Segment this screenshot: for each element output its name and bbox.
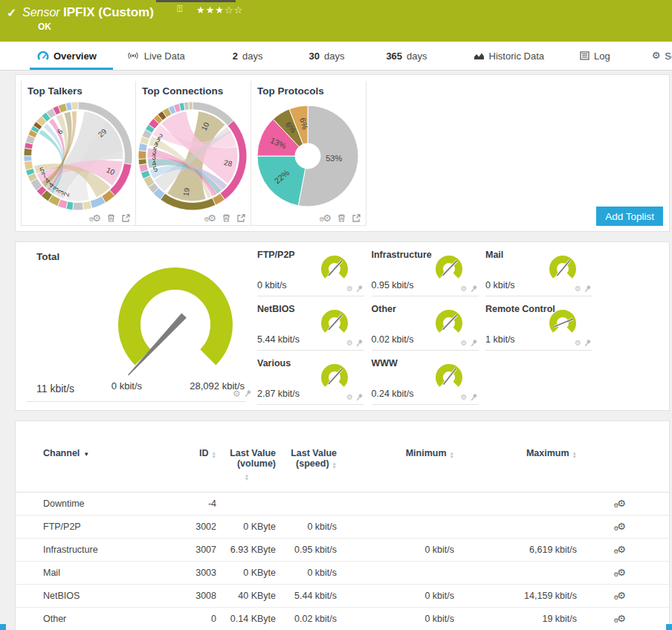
log-icon <box>580 51 589 60</box>
top-protocols-pie-chart[interactable]: 53%22%13%6%6% <box>252 100 364 212</box>
gauge-pin-icon[interactable] <box>355 393 364 402</box>
star-filled-icon[interactable]: ★ <box>215 4 224 16</box>
sort-arrows-icon[interactable]: ▲▼ <box>572 452 577 458</box>
gauge-pin-icon[interactable] <box>470 339 479 348</box>
cell-2: 0 KByte <box>215 522 276 532</box>
gauge-pin-icon[interactable] <box>584 339 592 348</box>
gauge-pin-icon[interactable] <box>470 285 479 293</box>
column-header-maximum[interactable]: Maximum▲▼ <box>476 448 577 458</box>
cell-3: 0.02 kbit/s <box>276 614 337 624</box>
toplist-delete-button[interactable] <box>337 213 346 223</box>
pin-icon <box>584 285 592 293</box>
gauge-settings-icon[interactable]: ⚙ <box>575 285 581 293</box>
star-filled-icon[interactable]: ★ <box>196 4 206 16</box>
status-check-icon: ✓ <box>7 6 16 20</box>
star-filled-icon[interactable]: ★ <box>206 4 216 16</box>
channel-gauge <box>317 308 352 340</box>
cell-4: 0 kbit/s <box>354 614 454 624</box>
channel-row-downtime[interactable]: Downtime-4⚙⚙ <box>16 493 669 516</box>
column-header-id[interactable]: ID▲▼ <box>149 448 216 458</box>
cell-3: 0 kbit/s <box>276 522 337 532</box>
toplist-settings-button[interactable]: ⚙⚙ <box>207 214 216 223</box>
gauge-pin-icon[interactable] <box>244 389 253 398</box>
tab-days[interactable]: 2days <box>225 42 271 70</box>
tab-live-data[interactable]: Live Data <box>119 42 193 70</box>
cell-1: 3007 <box>149 545 216 555</box>
gauge-settings-icon[interactable]: ⚙ <box>575 340 581 347</box>
channel-gauge-icons: ⚙ <box>346 285 364 293</box>
cell-1: 3008 <box>149 591 216 601</box>
channel-gauge-icons: ⚙ <box>575 339 592 348</box>
star-empty-icon[interactable]: ☆ <box>224 4 234 16</box>
gauge-pin-icon[interactable] <box>355 339 364 348</box>
channel-gauge-value: 5.44 kbit/s <box>257 334 300 345</box>
channel-gauge-label: Mail <box>485 250 503 260</box>
star-empty-icon[interactable]: ☆ <box>234 4 244 16</box>
external-link-icon <box>352 213 361 223</box>
tab-days[interactable]: 30days <box>301 42 352 70</box>
channel-row-mail[interactable]: Mail30030 KByte0 kbit/s⚙⚙ <box>16 562 669 585</box>
column-header-last-value-speed-[interactable]: Last Value(speed)▲▼ <box>276 448 337 469</box>
column-header-channel[interactable]: Channel▼ <box>43 448 155 458</box>
priority-stars[interactable]: ★★★☆☆ <box>196 4 243 16</box>
channel-settings-button[interactable]: ⚙⚙ <box>603 499 640 509</box>
toplist-settings-button[interactable]: ⚙⚙ <box>92 214 101 223</box>
channel-settings-button[interactable]: ⚙⚙ <box>603 522 640 532</box>
channel-row-other[interactable]: Other00.14 KByte0.02 kbit/s0 kbit/s19 kb… <box>16 608 669 630</box>
channel-settings-button[interactable]: ⚙⚙ <box>603 614 640 624</box>
toplist-open-button[interactable] <box>121 213 131 223</box>
gauge-settings-icon[interactable]: ⚙ <box>233 390 241 397</box>
gauge-settings-icon[interactable]: ⚙ <box>461 285 468 293</box>
gauge-cell-ftp-p2p: FTP/P2P0 kbit/s⚙ <box>257 247 364 296</box>
column-header-last-value-volume-[interactable]: Last Value(volume)▲▼ <box>215 448 276 481</box>
top-talkers-chord-chart[interactable]: 291062334475 <box>22 100 134 212</box>
gauge-settings-icon[interactable]: ⚙ <box>461 394 468 401</box>
total-gauge-min: 0 kbit/s <box>75 380 142 392</box>
toplist-delete-button[interactable] <box>106 213 116 223</box>
channel-row-ftp-p2p[interactable]: FTP/P2P30020 KByte0 kbit/s⚙⚙ <box>16 516 669 539</box>
settings-gears-icon: ⚙⚙ <box>617 613 626 624</box>
channel-gauge-icons: ⚙ <box>461 393 479 402</box>
toplist-open-button[interactable] <box>352 213 361 223</box>
channel-row-netbios[interactable]: NetBIOS300840 KByte5.44 kbit/s0 kbit/s14… <box>16 585 669 608</box>
cell-0: NetBIOS <box>43 591 155 601</box>
channel-settings-button[interactable]: ⚙⚙ <box>603 591 640 601</box>
tab-historic-data[interactable]: Historic Data <box>466 42 552 70</box>
tab-log[interactable]: Log <box>572 42 618 70</box>
trash-icon <box>337 213 346 223</box>
channel-gauge-label: Infrastructure <box>372 250 432 260</box>
sort-arrows-icon[interactable]: ▲▼ <box>332 462 337 469</box>
channel-gauge-label: Various <box>257 358 291 368</box>
toplist-open-button[interactable] <box>236 213 246 223</box>
pin-icon <box>355 285 364 293</box>
tab-days[interactable]: 365days <box>378 42 434 70</box>
cell-4: 0 kbit/s <box>354 591 454 601</box>
pin-icon <box>470 285 479 293</box>
channel-settings-button[interactable]: ⚙⚙ <box>603 568 640 578</box>
gauge-cell-remote-control: Remote Control1 kbit/s⚙ <box>485 302 592 351</box>
gauge-settings-icon[interactable]: ⚙ <box>346 285 353 293</box>
channel-row-infrastructure[interactable]: Infrastructure30076.93 KByte0.95 kbit/s0… <box>16 539 669 562</box>
gauge-pin-icon[interactable] <box>355 285 364 293</box>
top-connections-chord-chart[interactable]: 1028192223345 <box>137 100 248 212</box>
gauge-pin-icon[interactable] <box>584 285 592 293</box>
channel-table-card: Channel▼ID▲▼Last Value(volume)▲▼Last Val… <box>15 420 670 630</box>
gauge-cell-netbios: NetBIOS5.44 kbit/s⚙ <box>257 302 364 351</box>
toplist-delete-button[interactable] <box>222 213 231 223</box>
sort-arrows-icon[interactable]: ▲▼ <box>450 452 454 458</box>
gauge-pin-icon[interactable] <box>470 393 479 402</box>
cell-1: 3003 <box>149 568 216 578</box>
pin-icon <box>470 393 479 402</box>
sort-arrows-icon[interactable]: ▲▼ <box>245 474 249 481</box>
gauge-settings-icon[interactable]: ⚙ <box>461 340 468 347</box>
tab-overview[interactable]: Overview <box>30 42 104 70</box>
channel-settings-button[interactable]: ⚙⚙ <box>603 545 640 555</box>
flag-icon[interactable]: ⍐ <box>177 3 183 15</box>
tab-settings[interactable]: ⚙Settings <box>644 42 672 70</box>
column-header-minimum[interactable]: Minimum▲▼ <box>354 448 454 458</box>
gauge-settings-icon[interactable]: ⚙ <box>346 394 353 401</box>
add-toplist-button[interactable]: Add Toplist <box>596 207 663 226</box>
gauge-settings-icon[interactable]: ⚙ <box>346 340 353 347</box>
channel-gauge <box>317 362 352 394</box>
toplist-settings-button[interactable]: ⚙⚙ <box>323 214 332 223</box>
